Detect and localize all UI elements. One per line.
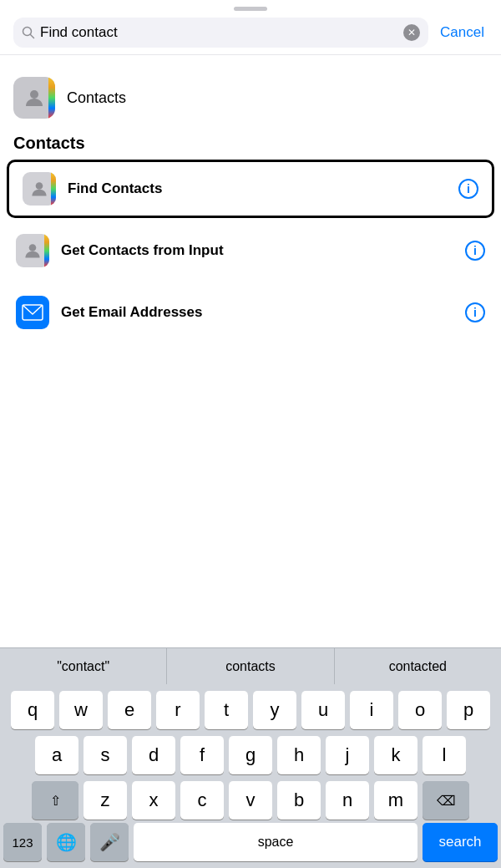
clear-button[interactable]: ✕ (403, 24, 420, 41)
svg-line-1 (31, 35, 34, 38)
person-icon-input (23, 241, 43, 261)
contacts-app-icon (13, 77, 55, 119)
action-row-get-contacts-input[interactable]: Get Contacts from Input i (0, 221, 501, 280)
mail-icon (22, 304, 43, 321)
key-x[interactable]: x (132, 781, 175, 820)
search-input-wrap[interactable]: ✕ (13, 18, 428, 48)
globe-icon: 🌐 (56, 832, 77, 852)
person-icon-small (29, 179, 49, 199)
key-c[interactable]: c (180, 781, 224, 820)
get-contacts-input-label: Get Contacts from Input (61, 242, 453, 259)
key-u[interactable]: u (301, 691, 345, 729)
key-row-3: ⇧ z x c v b n m ⌫ (3, 781, 498, 820)
shift-key[interactable]: ⇧ (32, 781, 78, 820)
svg-point-3 (36, 182, 43, 190)
key-o[interactable]: o (398, 691, 442, 729)
bottom-key-row: 123 🌐 🎤 space search (0, 823, 501, 868)
key-j[interactable]: j (326, 736, 369, 774)
find-contacts-info-button[interactable]: i (458, 179, 478, 199)
keys-area: q w e r t y u i o p a s d f g h j k l ⇧ … (0, 684, 501, 823)
mic-icon: 🎤 (99, 832, 120, 852)
delete-key[interactable]: ⌫ (423, 781, 469, 820)
mic-key[interactable]: 🎤 (90, 823, 129, 861)
key-p[interactable]: p (447, 691, 490, 729)
key-i[interactable]: i (350, 691, 393, 729)
app-name-label: Contacts (67, 89, 126, 107)
key-v[interactable]: v (229, 781, 272, 820)
key-z[interactable]: z (84, 781, 127, 820)
search-key[interactable]: search (423, 823, 498, 861)
num-key[interactable]: 123 (3, 823, 42, 861)
key-s[interactable]: s (84, 736, 127, 774)
suggestions-bar: "contact" contacts contacted (0, 647, 501, 684)
get-contacts-input-info-button[interactable]: i (465, 241, 485, 261)
key-k[interactable]: k (374, 736, 418, 774)
search-bar: ✕ Cancel (0, 11, 501, 55)
key-n[interactable]: n (326, 781, 369, 820)
keyboard: "contact" contacts contacted q w e r t y… (0, 647, 501, 868)
key-row-1: q w e r t y u i o p (3, 691, 498, 729)
find-contacts-label: Find Contacts (68, 180, 447, 197)
content-area: Contacts Contacts Find Contacts i Get Co… (0, 55, 501, 358)
svg-point-2 (30, 90, 38, 99)
suggestion-contacted[interactable]: contacted (335, 648, 501, 684)
key-g[interactable]: g (229, 736, 272, 774)
app-row-contacts[interactable]: Contacts (0, 69, 501, 127)
find-contacts-icon (23, 172, 56, 206)
key-b[interactable]: b (277, 781, 321, 820)
get-contacts-input-icon (16, 234, 49, 267)
key-q[interactable]: q (11, 691, 54, 729)
person-icon (23, 86, 46, 109)
key-w[interactable]: w (59, 691, 103, 729)
key-m[interactable]: m (374, 781, 418, 820)
svg-point-4 (29, 244, 37, 251)
action-row-find-contacts[interactable]: Find Contacts i (7, 160, 494, 218)
get-email-icon (16, 296, 49, 329)
suggestion-contacts[interactable]: contacts (167, 648, 334, 684)
key-l[interactable]: l (423, 736, 466, 774)
search-icon (22, 26, 35, 39)
get-email-label: Get Email Addresses (61, 304, 453, 321)
suggestion-quoted[interactable]: "contact" (0, 648, 167, 684)
key-r[interactable]: r (156, 691, 200, 729)
space-key[interactable]: space (134, 823, 418, 861)
key-t[interactable]: t (205, 691, 248, 729)
key-e[interactable]: e (108, 691, 151, 729)
cancel-button[interactable]: Cancel (437, 24, 488, 41)
key-row-2: a s d f g h j k l (3, 736, 498, 774)
key-y[interactable]: y (253, 691, 296, 729)
key-f[interactable]: f (180, 736, 224, 774)
key-d[interactable]: d (132, 736, 175, 774)
search-input[interactable] (40, 24, 398, 41)
action-row-get-email[interactable]: Get Email Addresses i (0, 283, 501, 342)
get-email-info-button[interactable]: i (465, 302, 485, 322)
section-header-contacts: Contacts (0, 127, 501, 156)
key-a[interactable]: a (35, 736, 78, 774)
key-h[interactable]: h (277, 736, 321, 774)
globe-key[interactable]: 🌐 (47, 823, 85, 861)
